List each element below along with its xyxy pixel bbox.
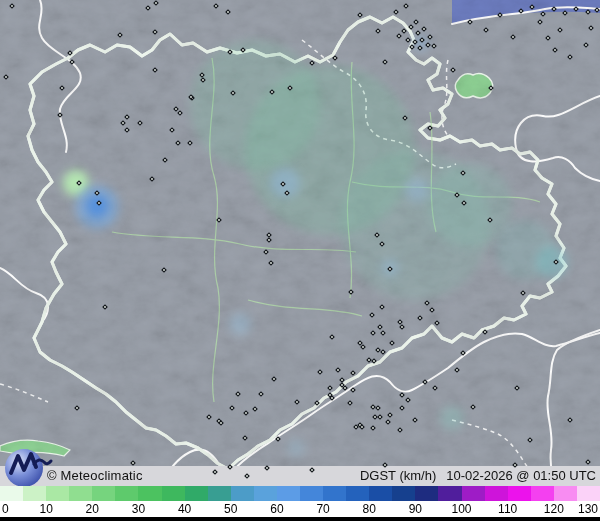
station-dot xyxy=(382,332,384,334)
station-dot xyxy=(229,51,231,53)
scale-color-cell xyxy=(577,486,600,501)
station-dot xyxy=(104,306,106,308)
scale-color-cell xyxy=(69,486,92,501)
station-dot xyxy=(232,92,234,94)
station-dot xyxy=(419,47,421,49)
station-dot xyxy=(516,387,518,389)
station-dot xyxy=(132,462,134,464)
station-dot xyxy=(377,407,379,409)
station-dot xyxy=(5,76,7,78)
station-dot xyxy=(260,393,262,395)
station-dot xyxy=(415,21,417,23)
station-dot xyxy=(490,87,492,89)
station-dot xyxy=(268,239,270,241)
station-dot xyxy=(426,302,428,304)
station-dot xyxy=(433,45,435,47)
scale-color-cell xyxy=(92,486,115,501)
station-dot xyxy=(484,331,486,333)
station-dot xyxy=(98,202,100,204)
station-dot xyxy=(147,7,149,9)
station-dot xyxy=(331,336,333,338)
scale-tick-labels: 0102030405060708090100110120130 xyxy=(0,501,600,517)
station-dot xyxy=(472,406,474,408)
station-dot xyxy=(401,407,403,409)
station-dot xyxy=(569,56,571,58)
station-dot xyxy=(405,5,407,7)
station-dot xyxy=(220,422,222,424)
station-dot xyxy=(311,469,313,471)
station-dot xyxy=(372,427,374,429)
scale-color-cell xyxy=(415,486,438,501)
station-dot xyxy=(311,62,313,64)
station-dot xyxy=(337,369,339,371)
footer-strip xyxy=(0,466,600,487)
station-dot xyxy=(384,464,386,466)
station-dot xyxy=(547,37,549,39)
station-dot xyxy=(268,234,270,236)
scale-color-cell xyxy=(277,486,300,501)
scale-tick-label: 130 xyxy=(578,502,598,516)
station-dot xyxy=(462,352,464,354)
station-dot xyxy=(389,414,391,416)
station-dot xyxy=(331,397,333,399)
scale-color-cell xyxy=(346,486,369,501)
station-dot xyxy=(401,394,403,396)
station-dot xyxy=(355,426,357,428)
station-dot xyxy=(407,39,409,41)
station-dot xyxy=(427,44,429,46)
station-dot xyxy=(69,52,71,54)
station-dot xyxy=(296,401,298,403)
station-dot xyxy=(374,416,376,418)
station-dot xyxy=(361,426,363,428)
scale-color-cell xyxy=(115,486,138,501)
station-dot xyxy=(368,359,370,361)
station-dot xyxy=(341,384,343,386)
scale-color-cell xyxy=(508,486,531,501)
station-dot xyxy=(431,309,433,311)
station-dot xyxy=(384,61,386,63)
station-dot xyxy=(399,429,401,431)
station-dot xyxy=(512,36,514,38)
scale-color-cell xyxy=(531,486,554,501)
station-dot xyxy=(289,87,291,89)
station-dot xyxy=(154,69,156,71)
station-dot xyxy=(270,262,272,264)
scale-color-cell xyxy=(23,486,46,501)
station-dot xyxy=(456,194,458,196)
station-dot xyxy=(564,12,566,14)
station-dot xyxy=(78,182,80,184)
station-dot xyxy=(344,387,346,389)
station-dot xyxy=(410,26,412,28)
scale-color-cell xyxy=(438,486,461,501)
scale-color-cell xyxy=(208,486,231,501)
station-dot xyxy=(424,381,426,383)
station-dot xyxy=(273,378,275,380)
scale-tick-label: 0 xyxy=(2,502,9,516)
station-dot xyxy=(155,2,157,4)
station-dot xyxy=(61,87,63,89)
station-dot xyxy=(277,438,279,440)
station-dot xyxy=(271,91,273,93)
station-dot xyxy=(190,96,192,98)
station-dot xyxy=(436,322,438,324)
station-dot xyxy=(334,57,336,59)
station-dot xyxy=(569,419,571,421)
scale-tick-label: 50 xyxy=(224,502,237,516)
scale-tick-label: 30 xyxy=(132,502,145,516)
station-dot xyxy=(371,314,373,316)
scale-tick-label: 120 xyxy=(544,502,564,516)
station-dot xyxy=(381,306,383,308)
station-dot xyxy=(352,389,354,391)
scale-color-cell xyxy=(231,486,254,501)
weather-gust-map-page: © Meteoclimatic DGST (km/h) 10-02-2026 @… xyxy=(0,0,600,521)
station-dot xyxy=(352,372,354,374)
station-dot xyxy=(316,402,318,404)
station-dot xyxy=(499,14,501,16)
station-dot xyxy=(398,35,400,37)
station-dot xyxy=(575,8,577,10)
color-scale-bar xyxy=(0,486,600,501)
station-dot xyxy=(59,114,61,116)
station-dot xyxy=(171,129,173,131)
scale-tick-label: 10 xyxy=(39,502,52,516)
scale-tick-label: 20 xyxy=(86,502,99,516)
